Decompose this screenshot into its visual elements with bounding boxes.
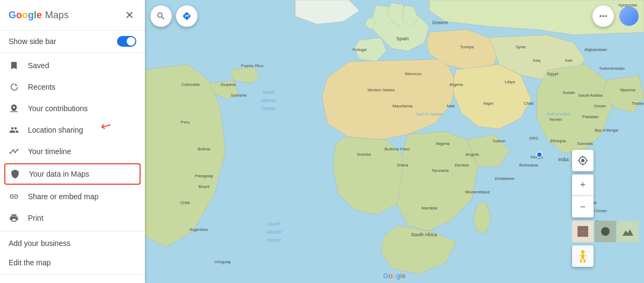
contributions-icon: [9, 103, 19, 114]
sidebar-item-tips[interactable]: Tips and tricks: [0, 279, 145, 283]
svg-text:Burkina Faso: Burkina Faso: [384, 147, 410, 151]
saved-label: Saved: [28, 61, 49, 70]
svg-text:Gulf of Aden: Gulf of Aden: [546, 112, 570, 117]
svg-text:South Africa: South Africa: [411, 232, 437, 237]
sidebar-item-recents[interactable]: Recents: [0, 76, 145, 98]
svg-text:Western Sahara: Western Sahara: [368, 88, 395, 92]
svg-rect-69: [577, 226, 583, 231]
svg-point-74: [581, 250, 584, 253]
sidebar-item-add-business[interactable]: Add your business: [0, 234, 145, 253]
user-avatar[interactable]: [619, 6, 639, 26]
svg-text:Namibia: Namibia: [421, 206, 437, 211]
svg-text:Atlantic: Atlantic: [265, 229, 282, 235]
layer-satellite-button[interactable]: [595, 221, 616, 242]
svg-text:Guinea: Guinea: [357, 152, 371, 157]
svg-text:Atlantic: Atlantic: [260, 98, 276, 103]
close-button[interactable]: ✕: [123, 6, 136, 24]
svg-text:Guyana: Guyana: [221, 82, 236, 87]
google-watermark: Google: [383, 272, 406, 280]
svg-text:Bay of Bengal: Bay of Bengal: [595, 128, 618, 133]
svg-text:Egypt: Egypt: [547, 71, 559, 76]
sidebar-item-timeline[interactable]: Your timeline: [0, 141, 145, 162]
contributions-label: Your contributions: [28, 104, 88, 113]
svg-rect-78: [579, 255, 581, 256]
svg-text:Spain: Spain: [396, 36, 408, 41]
sidebar-item-edit-map[interactable]: Edit the map: [0, 253, 145, 272]
svg-text:Chile: Chile: [180, 200, 191, 205]
map-area[interactable]: Spain Morocco Algeria Libya Egypt Maurit…: [145, 0, 644, 283]
svg-text:Thailand: Thailand: [632, 101, 644, 105]
svg-text:Saudi Arabia: Saudi Arabia: [578, 93, 603, 98]
svg-text:Turkiye: Turkiye: [460, 45, 474, 49]
svg-text:Argentina: Argentina: [189, 227, 208, 232]
sidebar-bottom-section: Tips and tricks Get help Consumer inform…: [0, 275, 145, 283]
svg-text:DRC: DRC: [529, 136, 539, 141]
svg-text:Afghanistan: Afghanistan: [584, 47, 607, 52]
svg-rect-76: [580, 259, 582, 263]
history-icon: [9, 82, 19, 92]
sidebar-main-section: Saved Recents Your contributions Locatio…: [0, 53, 145, 231]
svg-text:Morocco: Morocco: [405, 71, 422, 76]
svg-rect-79: [584, 255, 587, 256]
svg-text:Libya: Libya: [504, 79, 515, 84]
svg-rect-77: [584, 259, 586, 263]
sidebar-header: Google Maps ✕: [0, 0, 145, 31]
recents-label: Recents: [28, 83, 55, 91]
svg-text:Ghana: Ghana: [397, 163, 408, 167]
show-sidebar-label: Show side bar: [9, 37, 56, 46]
sidebar-item-contributions[interactable]: Your contributions: [0, 98, 145, 119]
svg-text:Greece: Greece: [432, 20, 448, 25]
edit-map-label: Edit the map: [9, 258, 51, 267]
svg-text:Mauritania: Mauritania: [392, 104, 413, 108]
sidebar-flat-section: Add your business Edit the map: [0, 231, 145, 275]
svg-text:Pakistan: Pakistan: [582, 114, 599, 119]
show-sidebar-row: Show side bar: [0, 31, 145, 53]
print-icon: [9, 213, 19, 223]
svg-text:Botswana: Botswana: [519, 163, 538, 168]
sidebar: Google Maps ✕ Show side bar Saved Recent…: [0, 0, 145, 283]
location-sharing-label: Location sharing: [28, 126, 83, 134]
svg-text:Syria: Syria: [516, 45, 526, 49]
show-sidebar-toggle[interactable]: [117, 36, 136, 47]
svg-point-73: [601, 227, 610, 236]
svg-text:Iran: Iran: [565, 58, 573, 63]
print-label: Print: [28, 214, 43, 222]
sidebar-item-your-data[interactable]: Your data in Maps: [4, 163, 141, 185]
link-icon: [9, 191, 19, 202]
svg-point-66: [537, 152, 542, 157]
pegman-button[interactable]: [572, 245, 594, 267]
svg-text:Uruguay: Uruguay: [215, 259, 231, 264]
zoom-in-button[interactable]: +: [572, 175, 594, 196]
svg-text:Gabon: Gabon: [493, 139, 506, 143]
svg-text:Myanmar: Myanmar: [620, 88, 636, 92]
layer-buttons: [572, 221, 639, 242]
svg-text:Ocean: Ocean: [267, 237, 281, 243]
map-top-bar: [150, 5, 197, 27]
svg-text:Paraguay: Paraguay: [195, 173, 213, 178]
map-search-button[interactable]: [150, 5, 172, 27]
svg-rect-75: [582, 254, 584, 259]
layer-terrain-button[interactable]: [617, 221, 639, 242]
map-directions-button[interactable]: [176, 5, 197, 27]
zoom-out-button[interactable]: −: [572, 196, 594, 217]
sidebar-item-print[interactable]: Print: [0, 207, 145, 229]
location-button[interactable]: [572, 150, 594, 171]
timeline-icon: [9, 146, 19, 157]
map-svg: Spain Morocco Algeria Libya Egypt Maurit…: [145, 0, 644, 283]
maps-text: Maps: [45, 10, 69, 21]
svg-text:Niger: Niger: [483, 101, 493, 106]
sidebar-item-saved[interactable]: Saved: [0, 55, 145, 76]
apps-button[interactable]: [592, 5, 614, 27]
svg-text:Mozambique: Mozambique: [465, 190, 490, 194]
svg-text:Nigeria: Nigeria: [436, 141, 450, 146]
svg-text:Oman: Oman: [594, 104, 606, 108]
svg-text:Turkmenistan: Turkmenistan: [599, 66, 625, 71]
svg-rect-70: [583, 226, 588, 231]
share-embed-label: Share or embed map: [28, 192, 99, 201]
layer-default-button[interactable]: [572, 221, 594, 242]
svg-text:Colombia: Colombia: [181, 82, 200, 87]
sidebar-item-location-sharing[interactable]: Location sharing: [0, 119, 145, 141]
svg-text:Zambia: Zambia: [455, 163, 469, 168]
svg-text:Suriname: Suriname: [231, 93, 247, 97]
sidebar-item-share-embed[interactable]: Share or embed map: [0, 186, 145, 207]
